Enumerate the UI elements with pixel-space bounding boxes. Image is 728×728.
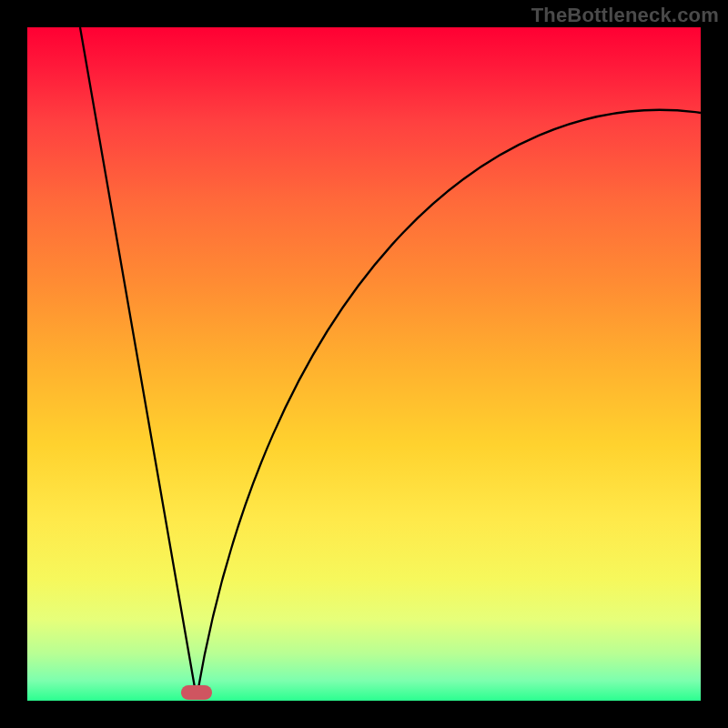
- watermark-text: TheBottleneck.com: [531, 4, 719, 27]
- chart-frame: TheBottleneck.com: [0, 0, 728, 728]
- plot-area: [27, 27, 701, 701]
- bottleneck-curve: [27, 27, 701, 701]
- optimum-marker: [181, 685, 212, 700]
